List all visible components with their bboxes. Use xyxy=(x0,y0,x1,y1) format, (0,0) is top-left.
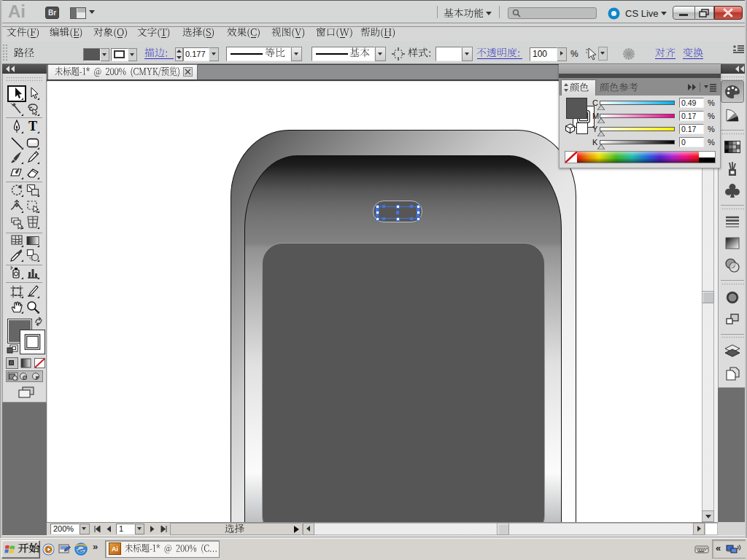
svg-text:T: T xyxy=(28,120,37,133)
